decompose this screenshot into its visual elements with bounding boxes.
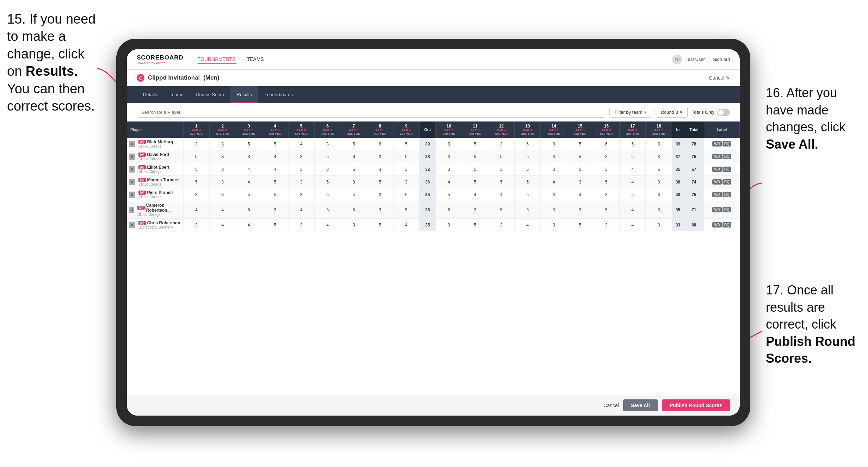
filters-bar: Filter by team ▾ Round 3 ▾ Totals Only (127, 103, 740, 122)
hole-6-header: 6PAR 3194 YDS (315, 122, 341, 138)
hole-6-score: 5 (315, 188, 341, 201)
nav-link-tournaments[interactable]: TOURNAMENTS (198, 55, 236, 64)
hole-7-score: 5 (341, 138, 367, 150)
cancel-button[interactable]: Cancel ✕ (709, 75, 730, 81)
hole-16-header: 16PAR 5510 YDS (593, 122, 620, 138)
sort-icon[interactable]: ⇅ (129, 207, 134, 213)
total-score: 78 (684, 138, 704, 150)
hole-3-score: 4 (236, 188, 262, 201)
instruction-right-bottom: 17. Once all results are correct, click … (759, 282, 868, 367)
player-cell: ⇅ (A) Chris Robertson Scoreboard Univers… (127, 219, 183, 231)
search-input[interactable] (137, 107, 605, 118)
hole-12-score: 3 (488, 138, 515, 150)
tab-details[interactable]: Details (137, 86, 163, 103)
table-row: ⇅ (A) David Ford Clippd College 63343563… (127, 150, 740, 163)
hole-18-score: 6 (646, 188, 672, 201)
hole-14-score: 3 (541, 163, 567, 176)
dq-button[interactable]: DQ (723, 222, 731, 228)
player-tag: (A) (138, 165, 146, 169)
dq-button[interactable]: DQ (723, 167, 731, 172)
sort-icon[interactable]: ⇅ (129, 192, 135, 198)
chevron-down-icon: ▾ (680, 110, 682, 115)
player-school: Clippd College (137, 213, 182, 217)
hole-13-score: 5 (514, 176, 541, 188)
hole-8-score: 3 (367, 163, 393, 176)
table-row: ⇅ (A) Elliot Ebert Clippd College 534433… (127, 163, 740, 176)
cancel-action-button[interactable]: Cancel (603, 403, 619, 408)
hole-16-score: 3 (593, 150, 620, 163)
round-select-button[interactable]: Round 3 ▾ (656, 107, 688, 118)
hole-7-score: 4 (341, 188, 367, 201)
tab-results[interactable]: Results (230, 86, 258, 103)
toggle-knob (718, 110, 724, 115)
hole-10-score: 6 (436, 201, 462, 219)
wd-button[interactable]: WD (712, 179, 722, 185)
out-score: 35 (420, 188, 436, 201)
sort-icon[interactable]: ⇅ (129, 154, 135, 160)
hole-3-score: 3 (236, 150, 262, 163)
hole-5-score: 4 (288, 138, 315, 150)
hole-16-score: 5 (593, 201, 620, 219)
in-score: 37 (672, 150, 684, 163)
total-score: 68 (684, 219, 704, 231)
tab-leaderboards[interactable]: Leaderboards (258, 86, 299, 103)
wd-button[interactable]: WD (712, 192, 722, 197)
sort-icon[interactable]: ⇅ (129, 222, 135, 228)
hole-5-score: 3 (288, 219, 315, 231)
hole-12-score: 5 (488, 201, 515, 219)
wd-button[interactable]: WD (712, 222, 722, 228)
dq-button[interactable]: DQ (723, 207, 731, 212)
toggle-switch[interactable] (717, 109, 730, 116)
tab-course-setup[interactable]: Course Setup (190, 86, 230, 103)
wd-button[interactable]: WD (712, 207, 722, 212)
total-score: 71 (684, 201, 704, 219)
player-tag: (A) (137, 206, 145, 210)
hole-13-score: 5 (514, 188, 541, 201)
nav-link-teams[interactable]: TEAMS (247, 55, 264, 64)
sort-icon[interactable]: ⇅ (129, 179, 135, 185)
tournament-title: C Clippd Invitational (Men) (137, 74, 219, 82)
hole-16-score: 3 (593, 219, 620, 231)
dq-button[interactable]: DQ (723, 179, 731, 185)
hole-18-score: 3 (646, 201, 672, 219)
out-score: 39 (420, 138, 436, 150)
hole-15-score: 5 (567, 150, 593, 163)
hole-16-score: 3 (593, 188, 620, 201)
hole-17-score: 4 (619, 201, 646, 219)
hole-6-score: 4 (315, 219, 341, 231)
filter-by-team-button[interactable]: Filter by team ▾ (609, 107, 651, 118)
hole-12-score: 3 (488, 219, 515, 231)
hole-2-score: 4 (210, 219, 236, 231)
hole-1-score: 6 (183, 150, 210, 163)
hole-13-header: 13PAR 4385 YDS (514, 122, 541, 138)
hole-5-score: 3 (288, 150, 315, 163)
tab-navigation: Details Teams Course Setup Results Leade… (127, 86, 740, 103)
hole-16-score: 6 (593, 138, 620, 150)
hole-3-score: 5 (236, 138, 262, 150)
wd-button[interactable]: WD (712, 154, 722, 159)
wd-button[interactable]: WD (712, 167, 722, 172)
hole-1-score: 3 (183, 138, 210, 150)
save-all-button[interactable]: Save All (623, 399, 658, 411)
sort-icon[interactable]: ⇅ (129, 166, 135, 173)
hole-8-score: 3 (367, 188, 393, 201)
wd-button[interactable]: WD (712, 141, 722, 147)
publish-round-scores-button[interactable]: Publish Round Scores (662, 399, 730, 411)
tab-teams[interactable]: Teams (163, 86, 190, 103)
hole-9-score: 5 (393, 188, 420, 201)
instruction-right-top: 16. After you have made changes, click S… (759, 85, 868, 153)
in-score: 38 (672, 176, 684, 188)
out-score: 35 (420, 219, 436, 231)
player-cell: ⇅ (A) Marcus Turners Clippd College (127, 176, 183, 188)
sort-icon[interactable]: ⇅ (129, 141, 135, 147)
hole-1-score: 4 (183, 201, 210, 219)
player-school: Clippd College (138, 144, 173, 148)
label-cell: WDDQ (704, 150, 739, 163)
dq-button[interactable]: DQ (723, 141, 731, 147)
sign-out-link[interactable]: Sign out (713, 57, 730, 62)
hole-10-score: 3 (436, 150, 462, 163)
hole-17-score: 5 (619, 150, 646, 163)
dq-button[interactable]: DQ (723, 192, 731, 197)
dq-button[interactable]: DQ (723, 154, 731, 159)
hole-2-header: 2PAR 5511 YDS (210, 122, 236, 138)
